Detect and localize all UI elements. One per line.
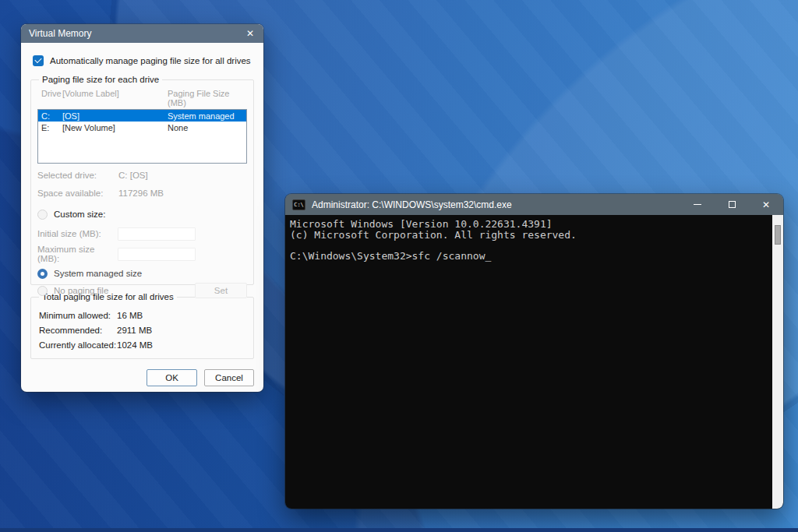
scrollbar-thumb[interactable] <box>775 225 781 245</box>
minimum-allowed-row: Minimum allowed: 16 MB <box>37 311 247 321</box>
system-managed-label: System managed size <box>54 269 142 278</box>
dialog-title: Virtual Memory <box>29 28 245 39</box>
bottom-edge-strip <box>0 528 798 532</box>
dialog-body: Automatically manage paging file size fo… <box>21 54 263 386</box>
console-prompt-line: C:\Windows\System32>sfc /scannow_ <box>290 251 766 262</box>
paging-size-value: System managed <box>168 111 246 121</box>
cmd-window: C:\ Administrator: C:\WINDOWS\system32\c… <box>285 194 783 509</box>
drive-row-e[interactable]: E: [New Volume] None <box>38 122 246 133</box>
drive-row-c[interactable]: C: [OS] System managed <box>38 110 246 122</box>
cmd-icon: C:\ <box>292 199 305 210</box>
recommended-value: 2911 MB <box>117 326 152 336</box>
virtual-memory-dialog: Virtual Memory ✕ Automatically manage pa… <box>21 24 263 392</box>
maximum-size-label: Maximum size (MB): <box>37 245 118 263</box>
paging-file-group: Paging file size for each drive Drive [V… <box>30 75 254 285</box>
recommended-label: Recommended: <box>39 326 117 336</box>
volume-label: [New Volume] <box>62 123 168 132</box>
total-paging-group: Total paging file size for all drives Mi… <box>30 292 254 359</box>
prompt-text: C:\Windows\System32>sfc /scannow <box>290 250 485 262</box>
selected-drive-row: Selected drive: C: [OS] <box>37 171 247 181</box>
currently-allocated-row: Currently allocated: 1024 MB <box>37 340 247 351</box>
maximize-icon[interactable] <box>715 194 749 215</box>
no-paging-label: No paging file <box>54 286 108 295</box>
ok-button[interactable]: OK <box>147 369 197 386</box>
space-available-row: Space available: 117296 MB <box>37 188 247 199</box>
drive-letter: E: <box>41 123 62 132</box>
header-paging-size: Paging File Size (MB) <box>168 89 247 107</box>
radio-checked-icon[interactable] <box>37 269 48 279</box>
console-line-blank <box>290 240 766 251</box>
system-managed-radio-row[interactable]: System managed size <box>37 267 247 280</box>
space-available-value: 117296 MB <box>118 188 164 199</box>
initial-size-row: Initial size (MB): <box>37 227 247 241</box>
volume-label: [OS] <box>62 111 168 121</box>
maximum-size-input <box>118 248 196 261</box>
recommended-row: Recommended: 2911 MB <box>37 326 247 336</box>
drive-letter: C: <box>41 111 62 121</box>
cmd-icon-glyph: C:\ <box>294 202 304 208</box>
custom-size-label: Custom size: <box>54 210 105 219</box>
minimize-icon[interactable] <box>680 194 715 215</box>
paging-size-value: None <box>168 123 246 132</box>
header-drive: Drive <box>41 89 62 107</box>
desktop-wallpaper: Virtual Memory ✕ Automatically manage pa… <box>0 0 798 532</box>
drive-list-headers: Drive [Volume Label] Paging File Size (M… <box>41 89 247 107</box>
selected-drive-label: Selected drive: <box>37 171 118 181</box>
header-volume-label: [Volume Label] <box>62 89 168 107</box>
initial-size-label: Initial size (MB): <box>37 229 118 238</box>
custom-size-radio-row[interactable]: Custom size: <box>37 208 247 220</box>
minimum-allowed-value: 16 MB <box>117 311 143 321</box>
set-button[interactable]: Set <box>195 283 247 298</box>
console-area[interactable]: Microsoft Windows [Version 10.0.22631.43… <box>285 215 783 509</box>
window-controls: ✕ <box>680 194 783 215</box>
paging-group-label: Paging file size for each drive <box>39 75 162 84</box>
currently-allocated-label: Currently allocated: <box>39 340 117 351</box>
no-paging-radio-row[interactable]: No paging file Set <box>37 284 247 297</box>
radio-unchecked-icon[interactable] <box>37 210 48 220</box>
cancel-button[interactable]: Cancel <box>204 369 254 386</box>
space-available-label: Space available: <box>37 188 118 199</box>
minimum-allowed-label: Minimum allowed: <box>39 311 117 321</box>
cmd-window-title: Administrator: C:\WINDOWS\system32\cmd.e… <box>312 199 680 210</box>
auto-manage-label: Automatically manage paging file size fo… <box>50 56 251 65</box>
scrollbar[interactable] <box>772 215 783 509</box>
dialog-buttons: OK Cancel <box>30 369 254 386</box>
radio-unchecked-icon[interactable] <box>37 286 48 296</box>
console-output: Microsoft Windows [Version 10.0.22631.43… <box>285 215 783 261</box>
drive-list[interactable]: C: [OS] System managed E: [New Volume] N… <box>37 109 247 164</box>
dialog-titlebar[interactable]: Virtual Memory ✕ <box>21 24 263 43</box>
auto-manage-checkbox-row[interactable]: Automatically manage paging file size fo… <box>33 54 254 68</box>
console-line: Microsoft Windows [Version 10.0.22631.43… <box>290 219 766 230</box>
initial-size-input <box>118 227 196 241</box>
checkbox-checked-icon[interactable] <box>33 55 44 66</box>
selected-drive-value: C: [OS] <box>118 171 148 181</box>
cmd-titlebar[interactable]: C:\ Administrator: C:\WINDOWS\system32\c… <box>285 194 783 215</box>
console-line: (c) Microsoft Corporation. All rights re… <box>290 230 766 241</box>
maximum-size-row: Maximum size (MB): <box>37 247 247 261</box>
text-cursor: _ <box>485 250 491 262</box>
close-icon[interactable]: ✕ <box>245 28 256 39</box>
close-icon[interactable]: ✕ <box>749 194 783 215</box>
currently-allocated-value: 1024 MB <box>117 340 153 351</box>
